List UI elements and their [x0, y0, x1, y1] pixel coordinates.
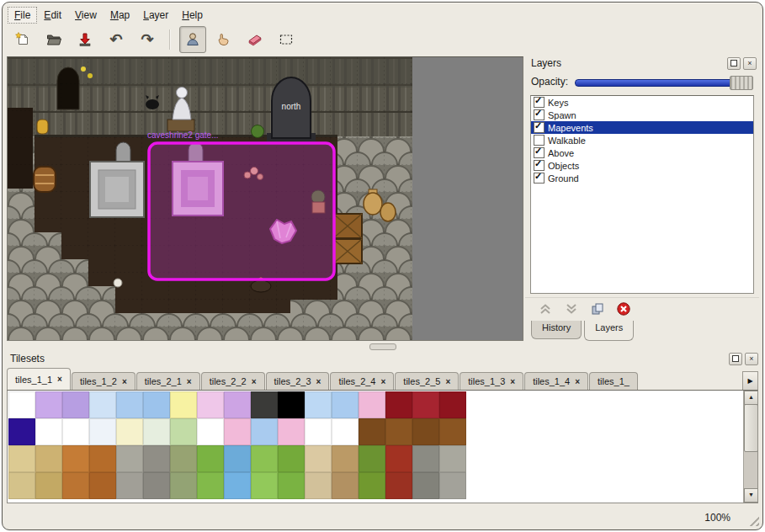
scroll-up-button[interactable]: ▲	[744, 391, 758, 405]
tileset-tile[interactable]	[35, 418, 62, 445]
panel-tab-layers[interactable]: Layers	[584, 321, 634, 341]
close-tab-icon[interactable]: ×	[187, 377, 192, 386]
resize-grip[interactable]	[746, 513, 759, 526]
tileset-tab-tiles_2_3[interactable]: tiles_2_3×	[266, 372, 330, 390]
tileset-tile[interactable]	[62, 391, 89, 418]
tileset-tile[interactable]	[359, 472, 385, 499]
tileset-tile[interactable]	[412, 418, 439, 445]
close-panel-button[interactable]: ×	[745, 353, 758, 365]
layer-row-ground[interactable]: ✓Ground	[531, 172, 753, 184]
menu-map[interactable]: Map	[104, 7, 136, 24]
tileset-tile[interactable]	[305, 418, 332, 445]
tileset-tab-tiles_1_3[interactable]: tiles_1_3×	[460, 372, 523, 390]
tileset-view[interactable]: ▲ ▼	[7, 390, 758, 503]
eraser-tool-button[interactable]	[242, 26, 268, 53]
tileset-tile[interactable]	[251, 418, 278, 445]
tileset-tile[interactable]	[359, 391, 385, 418]
close-tab-icon[interactable]: ×	[510, 377, 515, 386]
event-tool-button[interactable]	[179, 26, 206, 53]
tileset-tile[interactable]	[116, 445, 143, 472]
tileset-tile[interactable]	[278, 472, 305, 499]
tileset-tile[interactable]	[332, 418, 359, 445]
select-tool-button[interactable]	[273, 26, 300, 53]
tileset-tile[interactable]	[305, 472, 332, 499]
map-canvas[interactable]: north	[7, 56, 523, 341]
raise-layer-button[interactable]	[537, 301, 554, 317]
tileset-tile[interactable]	[224, 445, 251, 472]
tileset-tile[interactable]	[385, 418, 412, 445]
tileset-tile[interactable]	[8, 445, 35, 472]
tileset-tile[interactable]	[143, 472, 170, 499]
layer-row-objects[interactable]: ✓Objects	[531, 159, 753, 172]
tileset-tab-tiles_1_4[interactable]: tiles_1_4×	[524, 372, 588, 390]
scrollbar-thumb[interactable]	[744, 404, 758, 452]
tileset-tile[interactable]	[439, 418, 466, 445]
layer-visibility-checkbox[interactable]: ✓	[534, 147, 545, 158]
layer-row-spawn[interactable]: ✓Spawn	[531, 109, 753, 121]
tileset-tile[interactable]	[35, 472, 62, 499]
tileset-tile[interactable]	[143, 391, 170, 418]
layer-row-mapevents[interactable]: ✓Mapevents	[531, 121, 753, 134]
close-tab-icon[interactable]: ×	[122, 377, 127, 386]
tileset-tile[interactable]	[143, 418, 170, 445]
tileset-tile[interactable]	[385, 391, 412, 418]
tileset-tile[interactable]	[305, 391, 332, 418]
tileset-tile[interactable]	[439, 472, 466, 499]
layer-visibility-checkbox[interactable]: ✓	[534, 97, 545, 108]
duplicate-layer-button[interactable]	[589, 301, 606, 317]
tileset-tile[interactable]	[197, 472, 224, 499]
float-panel-button[interactable]	[729, 353, 742, 365]
tileset-tile[interactable]	[143, 445, 170, 472]
tileset-tile[interactable]	[62, 418, 89, 445]
tileset-tile[interactable]	[224, 391, 251, 418]
new-file-button[interactable]	[9, 26, 36, 53]
close-tab-icon[interactable]: ×	[57, 375, 62, 384]
menu-layer[interactable]: Layer	[136, 7, 175, 24]
tileset-tile[interactable]	[332, 445, 359, 472]
tileset-tile[interactable]	[8, 391, 35, 418]
opacity-slider-handle[interactable]	[730, 76, 753, 90]
close-tab-icon[interactable]: ×	[575, 377, 580, 386]
tileset-vertical-scrollbar[interactable]: ▲ ▼	[743, 391, 757, 503]
layer-row-keys[interactable]: ✓Keys	[531, 96, 753, 109]
brush-tool-button[interactable]	[210, 26, 237, 53]
tileset-tile[interactable]	[385, 472, 412, 499]
float-panel-button[interactable]	[727, 57, 741, 70]
tileset-tile[interactable]	[278, 445, 305, 472]
tileset-tile[interactable]	[89, 418, 116, 445]
tileset-tile[interactable]	[251, 391, 278, 418]
tileset-tile[interactable]	[8, 472, 35, 499]
layer-row-walkable[interactable]: Walkable	[531, 134, 753, 146]
tileset-tile[interactable]	[89, 391, 116, 418]
layer-visibility-checkbox[interactable]	[534, 135, 545, 146]
scroll-down-button[interactable]: ▼	[744, 488, 758, 503]
tileset-tile[interactable]	[116, 418, 143, 445]
tileset-tile[interactable]	[412, 391, 439, 418]
menu-edit[interactable]: Edit	[37, 7, 68, 24]
opacity-slider[interactable]	[575, 75, 753, 89]
tileset-tab-tiles_2_5[interactable]: tiles_2_5×	[395, 372, 459, 390]
tileset-tile[interactable]	[35, 445, 62, 472]
save-button[interactable]	[72, 26, 98, 53]
layer-visibility-checkbox[interactable]: ✓	[534, 173, 545, 184]
tileset-tab-tiles_1_1[interactable]: tiles_1_1×	[7, 368, 71, 390]
delete-layer-button[interactable]	[615, 301, 632, 317]
tileset-tile[interactable]	[170, 391, 197, 418]
tileset-tile[interactable]	[89, 472, 116, 499]
tileset-tile[interactable]	[412, 445, 439, 472]
tileset-tab-tiles_2_4[interactable]: tiles_2_4×	[330, 372, 394, 390]
undo-button[interactable]: ↶	[103, 26, 130, 53]
tileset-tab-tiles_2_2[interactable]: tiles_2_2×	[201, 372, 265, 390]
close-tab-icon[interactable]: ×	[381, 377, 386, 386]
tileset-tile[interactable]	[359, 445, 385, 472]
tileset-tile[interactable]	[197, 418, 224, 445]
layer-row-above[interactable]: ✓Above	[531, 146, 753, 159]
tileset-tile[interactable]	[305, 445, 332, 472]
tileset-tile[interactable]	[332, 472, 359, 499]
tileset-tile[interactable]	[116, 472, 143, 499]
tileset-tile[interactable]	[170, 472, 197, 499]
lower-layer-button[interactable]	[563, 301, 580, 317]
tileset-tile[interactable]	[251, 472, 278, 499]
close-tab-icon[interactable]: ×	[316, 377, 321, 386]
tileset-tile[interactable]	[8, 418, 35, 445]
